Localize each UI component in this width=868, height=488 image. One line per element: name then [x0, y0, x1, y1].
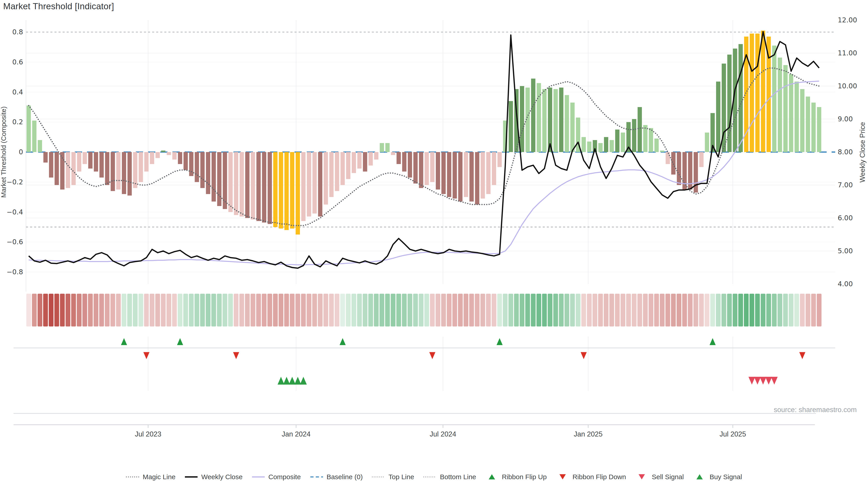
ribbon-cell	[413, 294, 418, 326]
threshold-bar	[32, 121, 36, 152]
ribbon-cell	[576, 294, 581, 326]
ribbon-cell	[318, 294, 322, 326]
threshold-bar	[133, 152, 137, 188]
threshold-bar	[761, 31, 765, 152]
ribbon-cell	[335, 294, 340, 326]
left-tick-label: 0.6	[12, 58, 23, 66]
threshold-bar	[346, 152, 350, 179]
threshold-bar	[486, 152, 491, 194]
ribbon-cell	[564, 294, 569, 326]
right-tick-label: 9.00	[838, 115, 853, 123]
threshold-bar	[817, 107, 821, 152]
threshold-bar	[178, 152, 182, 164]
gridlines	[26, 20, 835, 391]
ribbon-cell	[721, 294, 726, 326]
sell-signal-marker	[748, 377, 755, 385]
ribbon-cell	[436, 294, 440, 326]
threshold-bar	[324, 152, 328, 204]
right-tick-label: 8.00	[838, 148, 853, 156]
ribbon-cell	[99, 294, 104, 326]
threshold-bar	[156, 152, 160, 158]
threshold-bar	[480, 152, 485, 199]
triangle-down-icon	[635, 474, 649, 480]
threshold-bar	[307, 152, 311, 217]
threshold-bar	[705, 133, 709, 152]
chart-stage: Market Threshold [Indicator] Market Thre…	[0, 0, 868, 488]
ribbon-strip	[26, 294, 822, 326]
threshold-bar	[368, 152, 373, 166]
threshold-bar	[778, 58, 782, 152]
threshold-bar	[654, 138, 659, 152]
ribbon-cell	[144, 294, 149, 326]
threshold-bar	[632, 119, 636, 152]
ribbon-cell	[133, 294, 138, 326]
threshold-bar	[144, 152, 149, 171]
threshold-bar	[374, 152, 378, 160]
ribbon-cell	[525, 294, 530, 326]
threshold-bar	[447, 152, 452, 197]
threshold-bar	[772, 46, 776, 152]
ribbon-cell	[166, 294, 171, 326]
threshold-bar	[397, 152, 401, 164]
legend-item-label: Buy Signal	[710, 473, 742, 481]
ribbon-cell	[553, 294, 558, 326]
ribbon-cell	[464, 294, 468, 326]
ribbon-cell	[37, 294, 42, 326]
x-axis: Jul 2023Jan 2024Jul 2024Jan 2025Jul 2025	[13, 425, 815, 438]
ribbon-cell	[592, 294, 597, 326]
ribbon-cell	[32, 294, 37, 326]
ribbon-cell	[323, 294, 328, 326]
ribbon-cell	[195, 294, 199, 326]
ribbon-cell	[620, 294, 625, 326]
threshold-bar	[508, 101, 513, 152]
ribbon-cell	[256, 294, 261, 326]
threshold-bar	[329, 152, 334, 197]
ribbon-cell	[183, 294, 188, 326]
threshold-bar	[795, 82, 799, 152]
ribbon-cell	[492, 294, 496, 326]
threshold-bar	[615, 129, 620, 152]
threshold-bar	[425, 152, 429, 185]
ribbon-cell	[570, 294, 575, 326]
ribbon-cell	[408, 294, 412, 326]
threshold-bar	[290, 152, 294, 229]
threshold-bar	[301, 152, 306, 221]
threshold-bar	[520, 86, 524, 152]
sell-signal-marker	[771, 377, 778, 385]
threshold-bar	[548, 88, 552, 152]
ribbon-cell	[693, 294, 698, 326]
threshold-bar	[172, 152, 177, 160]
threshold-bar	[598, 143, 602, 152]
buy-signal-marker	[278, 377, 284, 385]
ribbon-cell	[307, 294, 311, 326]
ribbon-cell	[172, 294, 177, 326]
threshold-bar	[234, 152, 238, 215]
ribbon-cell	[391, 294, 396, 326]
ribbon-cell	[665, 294, 670, 326]
magic-line	[29, 68, 819, 225]
threshold-bar	[666, 152, 670, 164]
ribbon-cell	[284, 294, 289, 326]
buy-signal-marker	[300, 377, 307, 385]
threshold-bar	[38, 140, 42, 152]
left-tick-label: −0.2	[6, 178, 23, 186]
ribbon-cell	[363, 294, 368, 326]
left-tick-label: −0.8	[6, 268, 23, 276]
ribbon-cell	[800, 294, 805, 326]
ribbon-cell	[677, 294, 681, 326]
legend-item: Sell Signal	[635, 473, 684, 481]
ribbon-cell	[497, 294, 502, 326]
threshold-bar	[559, 88, 563, 152]
ribbon-flip-down-marker	[799, 352, 805, 359]
ribbon-cell	[649, 294, 653, 326]
legend-item-label: Ribbon Flip Down	[572, 473, 626, 481]
threshold-bar	[789, 74, 793, 152]
ribbon-cell	[419, 294, 424, 326]
threshold-bar	[408, 152, 412, 177]
ribbon-flip-up-marker	[121, 338, 127, 345]
ribbon-cell	[632, 294, 637, 326]
threshold-bar	[335, 152, 339, 191]
ribbon-cell	[733, 294, 737, 326]
x-tick-label: Jul 2023	[135, 430, 161, 438]
ribbon-cell	[301, 294, 306, 326]
